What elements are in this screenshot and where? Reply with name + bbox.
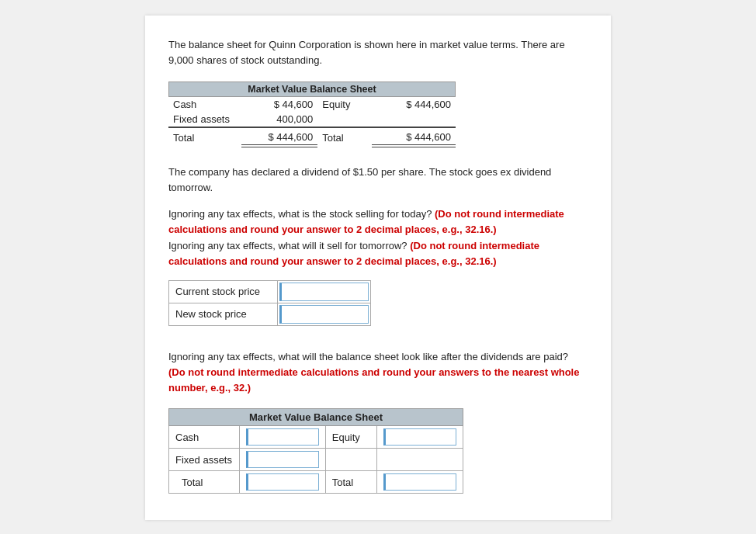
bs2-fixedassets-input-cell: [240, 449, 326, 471]
narrative-3-part1: Ignoring any tax effects, what will the …: [168, 351, 568, 362]
new-stock-input[interactable]: [279, 305, 369, 324]
bs2-total-eq-input[interactable]: [383, 473, 456, 491]
bs1-equity-value: $ 444,600: [372, 97, 456, 112]
bs1-total-eq-label: Total: [317, 127, 371, 146]
bs2-total-eq-label: Total: [325, 471, 377, 494]
balance-sheet-2: Market Value Balance Sheet Cash Equity F…: [168, 408, 588, 494]
bs1-total-eq-value: $ 444,600: [372, 127, 456, 146]
narrative-2-part1: Ignoring any tax effects, what is the st…: [168, 208, 435, 220]
bs2-total-label: Total: [169, 471, 240, 494]
bs1-total-label: Total: [168, 127, 241, 146]
current-stock-input-cell: [278, 280, 371, 303]
bs1-equity-label: Equity: [317, 97, 371, 112]
bs2-fixedassets-input[interactable]: [246, 451, 319, 468]
balance-sheet-2-title: Market Value Balance Sheet: [169, 409, 463, 426]
bs2-equity-input[interactable]: [383, 428, 456, 446]
bs2-eq2-label: [325, 449, 377, 471]
narrative-2: Ignoring any tax effects, what is the st…: [168, 206, 588, 269]
intro-text: The balance sheet for Quinn Corporation …: [168, 37, 588, 68]
bs1-total-value: $ 444,600: [241, 127, 318, 146]
bs2-cash-input-cell: [240, 426, 326, 449]
narrative-3: Ignoring any tax effects, what will the …: [168, 349, 588, 396]
bs2-equity-input-cell: [377, 426, 463, 449]
current-stock-input[interactable]: [279, 283, 369, 301]
narrative-2-part2: Ignoring any tax effects, what will it s…: [168, 240, 410, 251]
bs2-fixedassets-label: Fixed assets: [169, 449, 240, 471]
bs1-eq2-label: [317, 112, 371, 127]
bs2-total-input[interactable]: [246, 473, 319, 491]
bs1-fixedassets-value: 400,000: [241, 112, 318, 127]
bs1-fixedassets-label: Fixed assets: [168, 112, 241, 127]
bs2-total-eq-input-cell: [377, 471, 463, 494]
current-stock-label: Current stock price: [169, 280, 278, 303]
balance-sheet-1: Market Value Balance Sheet Cash $ 44,600…: [168, 81, 588, 147]
bs2-eq2-input-cell: [377, 449, 463, 471]
bs1-cash-label: Cash: [168, 97, 241, 112]
stock-price-table: Current stock price New stock price: [168, 280, 371, 326]
balance-sheet-1-title: Market Value Balance Sheet: [168, 81, 456, 97]
narrative-1: The company has declared a dividend of $…: [168, 165, 588, 196]
new-stock-input-cell: [278, 303, 371, 325]
narrative-3-bold1: (Do not round intermediate calculations …: [168, 366, 579, 394]
bs1-eq2-value: [372, 112, 456, 127]
new-stock-label: New stock price: [169, 303, 278, 325]
bs2-cash-input[interactable]: [246, 428, 319, 446]
bs2-cash-label: Cash: [169, 426, 240, 449]
page: The balance sheet for Quinn Corporation …: [145, 16, 611, 520]
bs1-cash-value: $ 44,600: [241, 97, 318, 112]
bs2-equity-label: Equity: [325, 426, 377, 449]
bs2-total-input-cell: [240, 471, 326, 494]
